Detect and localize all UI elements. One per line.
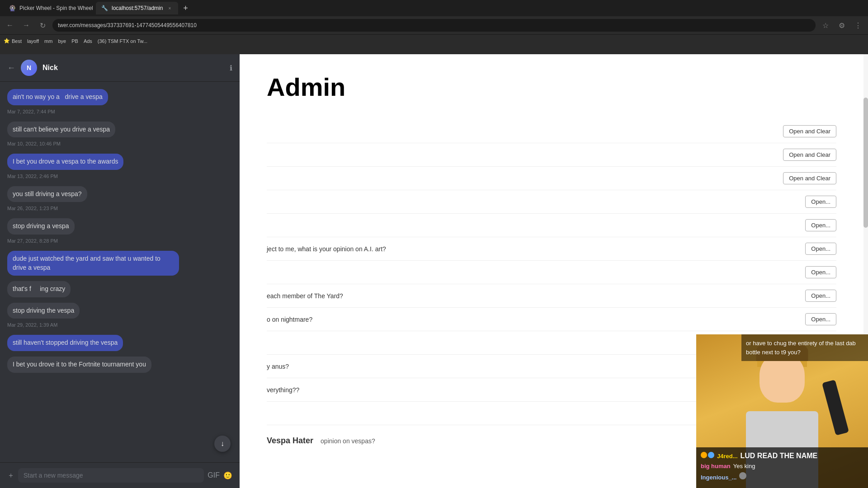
- message-row: that's f ing crazy: [7, 281, 232, 299]
- discord-header: ← N Nick ℹ: [0, 54, 240, 82]
- message-bubble: ain't no way yo a drive a vespa: [7, 89, 108, 105]
- open-button-7[interactable]: Open...: [805, 266, 836, 278]
- input-placeholder: Start a new message: [24, 472, 83, 479]
- question-row: Open and Clear: [267, 143, 836, 167]
- question-row: Open...: [267, 190, 836, 214]
- gif-icon[interactable]: GIF: [208, 471, 220, 480]
- caption-text: or have to chug the entirety of the last…: [746, 340, 856, 356]
- bookmark-tsm[interactable]: (36) TSM FTX on Tw...: [98, 38, 147, 44]
- question-row: o on nightmare? Open...: [267, 308, 836, 331]
- video-frame: or have to chug the entirety of the last…: [696, 334, 868, 488]
- nav-bar: ← → ↻ twer.com/messages/337337691-147745…: [0, 16, 868, 34]
- open-button-8[interactable]: Open...: [805, 290, 836, 302]
- message-group-6: dude just watched the yard and saw that …: [7, 251, 232, 277]
- message-bubble: I bet you drove a vespa to the awards: [7, 154, 123, 170]
- message-timestamp: Mar 27, 2022, 8:28 PM: [7, 238, 232, 244]
- scroll-down-button[interactable]: ↓: [214, 436, 231, 452]
- bookmark-label: Ads: [84, 38, 92, 44]
- avatar-initials: N: [27, 64, 31, 71]
- question-row: each member of The Yard? Open...: [267, 284, 836, 308]
- chat-username-3: Ingenious_...: [701, 474, 736, 481]
- message-row: stop driving the vespa: [7, 303, 232, 321]
- open-clear-button-3[interactable]: Open and Clear: [783, 172, 836, 184]
- message-group-9: still haven't stopped driving the vespa: [7, 335, 232, 353]
- bookmark-ads[interactable]: Ads: [84, 38, 92, 44]
- vespa-hater-section: Vespa Hater opinion on vespas?: [267, 436, 375, 446]
- info-button[interactable]: ℹ: [230, 64, 232, 72]
- extensions-button[interactable]: ⚙: [835, 19, 848, 32]
- message-input[interactable]: Start a new message: [18, 468, 204, 483]
- bookmark-best[interactable]: ⭐ Best: [4, 38, 22, 44]
- message-group-10: I bet you drove it to the Fortnite tourn…: [7, 357, 232, 375]
- emoji-icons: GIF 🙂: [208, 471, 232, 480]
- tab-favicon-2: 🔧: [101, 5, 108, 11]
- url-bar[interactable]: twer.com/messages/337337691-147745054495…: [52, 19, 816, 32]
- chat-message-3: Ingenious_...: [701, 472, 863, 481]
- scrollbar-thumb: [863, 98, 868, 228]
- message-group-5: stop driving a vespa Mar 27, 2022, 8:28 …: [7, 218, 232, 247]
- video-overlay: or have to chug the entirety of the last…: [696, 334, 868, 488]
- message-bubble: still can't believe you drive a vespa: [7, 122, 115, 138]
- discord-panel: ← N Nick ℹ ain't no way yo a drive a ves…: [0, 54, 240, 488]
- message-timestamp: Mar 29, 2022, 1:39 AM: [7, 322, 232, 328]
- open-clear-button-1[interactable]: Open and Clear: [783, 125, 836, 137]
- message-row: I bet you drove it to the Fortnite tourn…: [7, 357, 232, 375]
- messages-container[interactable]: ain't no way yo a drive a vespa Mar 7, 2…: [0, 82, 240, 462]
- open-button-4[interactable]: Open...: [805, 196, 836, 208]
- message-group-8: stop driving the vespa Mar 29, 2022, 1:3…: [7, 303, 232, 332]
- chat-message-1: J4red... LUD READ THE NAME: [701, 452, 863, 460]
- question-text: o on nightmare?: [267, 316, 805, 323]
- react-button[interactable]: 🤍: [119, 127, 127, 134]
- open-clear-button-2[interactable]: Open and Clear: [783, 149, 836, 161]
- message-bubble: you still driving a vespa?: [7, 186, 87, 202]
- refresh-button[interactable]: ↻: [36, 19, 49, 32]
- question-text: ject to me, what is your opinion on A.I.…: [267, 245, 805, 253]
- bookmark-label: mm: [44, 38, 52, 44]
- tab-localhost[interactable]: 🔧 localhost:5757/admin ×: [96, 2, 178, 14]
- message-timestamp: Mar 10, 2022, 10:46 PM: [7, 141, 232, 146]
- message-row: you still driving a vespa?: [7, 186, 232, 204]
- bookmark-bye[interactable]: bye: [58, 38, 66, 44]
- attach-icon[interactable]: ＋: [7, 471, 14, 480]
- open-button-6[interactable]: Open...: [805, 243, 836, 255]
- tab-picker-wheel[interactable]: 🎡 Picker Wheel - Spin the Wheel t... ×: [4, 2, 94, 14]
- bookmark-pb[interactable]: PB: [71, 38, 78, 44]
- bookmark-mm[interactable]: mm: [44, 38, 52, 44]
- open-button-5[interactable]: Open...: [805, 219, 836, 231]
- forward-button[interactable]: →: [20, 19, 33, 32]
- message-timestamp: Mar 7, 2022, 7:44 PM: [7, 109, 232, 114]
- message-input-icons: ＋: [7, 471, 14, 480]
- bookmark-label: layoff: [27, 38, 39, 44]
- message-row: I bet you drove a vespa to the awards: [7, 154, 232, 172]
- open-button-9[interactable]: Open...: [805, 313, 836, 325]
- browser-chrome: 🎡 Picker Wheel - Spin the Wheel t... × 🔧…: [0, 0, 868, 54]
- more-button[interactable]: ···: [128, 127, 134, 134]
- current-question-label: Vespa Hater: [267, 436, 313, 446]
- question-text: each member of The Yard?: [267, 292, 805, 300]
- message-bubble: stop driving the vespa: [7, 303, 80, 319]
- message-bubble: dude just watched the yard and saw that …: [7, 251, 179, 276]
- question-row: Open and Clear: [267, 167, 836, 190]
- chat-text-1: LUD READ THE NAME: [741, 452, 818, 460]
- tab-close-2[interactable]: ×: [166, 5, 173, 11]
- chevron-down-icon: ↓: [221, 440, 224, 448]
- message-bubble: stop driving a vespa: [7, 218, 75, 235]
- tab-favicon: 🎡: [9, 5, 16, 11]
- tab-label: Picker Wheel - Spin the Wheel t...: [19, 5, 94, 11]
- new-tab-button[interactable]: +: [180, 3, 191, 14]
- bookmark-label: PB: [71, 38, 78, 44]
- message-group-3: I bet you drove a vespa to the awards Ma…: [7, 154, 232, 183]
- back-button[interactable]: ←: [4, 19, 16, 32]
- message-row: still haven't stopped driving the vespa: [7, 335, 232, 353]
- avatar: N: [21, 60, 37, 76]
- message-group-7: that's f ing crazy: [7, 281, 232, 299]
- question-row: Open and Clear: [267, 120, 836, 143]
- back-button[interactable]: ←: [7, 63, 15, 73]
- bookmark-layoff[interactable]: layoff: [27, 38, 39, 44]
- sticker-icon[interactable]: 🙂: [223, 471, 232, 480]
- message-bubble: that's f ing crazy: [7, 281, 71, 297]
- message-bubble: I bet you drove it to the Fortnite tourn…: [7, 357, 151, 373]
- bookmark-star[interactable]: ☆: [819, 19, 832, 32]
- question-row: Open...: [267, 261, 836, 284]
- menu-button[interactable]: ⋮: [852, 19, 864, 32]
